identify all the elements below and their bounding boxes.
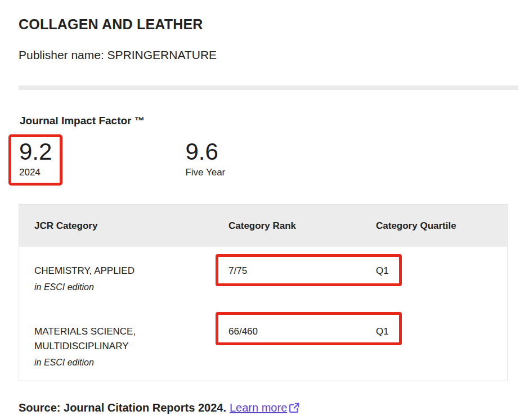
jif-heading-text: Journal Impact Factor (20, 115, 132, 127)
rank-value: 7/75 (213, 264, 361, 293)
quartile-value: Q1 (361, 264, 507, 293)
page-title: COLLAGEN AND LEATHER (19, 16, 529, 33)
category-name: MATERIALS SCIENCE, MULTIDISCIPLINARY (34, 324, 192, 354)
jif-2024-value: 9.2 (19, 138, 52, 165)
learn-more-link[interactable]: Learn more (230, 401, 300, 414)
jif-2024-label: 2024 (19, 166, 52, 178)
table-header-row: JCR Category Category Rank Category Quar… (19, 205, 507, 247)
section-divider (19, 85, 518, 90)
jif-heading: Journal Impact Factor ™ (20, 114, 529, 128)
source-text: Source: Journal Citation Reports 2024. (19, 401, 226, 414)
quartile-value: Q1 (361, 324, 507, 369)
table-row: MATERIALS SCIENCE, MULTIDISCIPLINARY in … (19, 306, 507, 381)
jif-five-year-label: Five Year (185, 166, 225, 178)
edition-note: in ESCI edition (34, 356, 213, 369)
jcr-category-table: JCR Category Category Rank Category Quar… (19, 204, 508, 381)
jif-five-year-value: 9.6 (185, 138, 225, 165)
table-row: CHEMISTRY, APPLIED in ESCI edition 7/75 … (19, 247, 507, 306)
column-header-jcr-category: JCR Category (19, 220, 213, 232)
trademark-symbol: ™ (135, 115, 145, 127)
impact-factor-metrics: 9.2 2024 9.6 Five Year (8, 134, 529, 186)
category-cell: MATERIALS SCIENCE, MULTIDISCIPLINARY in … (19, 324, 213, 369)
column-header-category-quartile: Category Quartile (361, 220, 507, 232)
category-cell: CHEMISTRY, APPLIED in ESCI edition (19, 264, 213, 293)
annotation-box-jif-2024: 9.2 2024 (8, 134, 62, 186)
column-header-category-rank: Category Rank (213, 220, 361, 232)
edition-note: in ESCI edition (34, 281, 213, 293)
journal-report-page: COLLAGEN AND LEATHER Publisher name: SPR… (0, 16, 529, 417)
publisher-line: Publisher name: SPRINGERNATURE (19, 48, 529, 62)
source-footer: Source: Journal Citation Reports 2024.Le… (19, 400, 529, 417)
learn-more-label[interactable]: Learn more (230, 401, 287, 414)
category-name: CHEMISTRY, APPLIED (34, 264, 192, 278)
external-link-icon[interactable] (288, 402, 300, 417)
jif-five-year-metric: 9.6 Five Year (185, 134, 225, 178)
rank-value: 66/460 (213, 324, 361, 369)
